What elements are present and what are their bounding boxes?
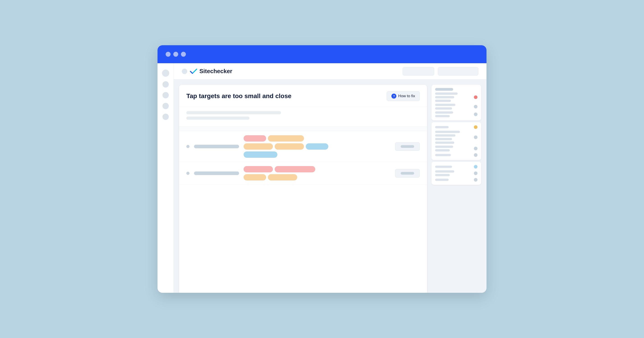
main-area: Tap targets are too small and close ? Ho… — [174, 79, 486, 293]
table-row-2 — [179, 162, 427, 185]
rs-col-line-4 — [435, 104, 456, 106]
rs-col-line-3 — [435, 100, 451, 102]
sidebar-nav-item-4[interactable] — [162, 114, 169, 120]
rs-dot-gray-2 — [474, 113, 478, 116]
tag-orange-1 — [268, 135, 304, 142]
sidebar-avatar — [162, 70, 169, 77]
tag-orange-5 — [268, 174, 297, 180]
rs-col-lines-9 — [435, 170, 472, 176]
rs-row-3-2 — [435, 170, 478, 176]
tag-pink-2 — [244, 166, 273, 172]
rs-col-line-10 — [435, 134, 456, 137]
tag-pink-1 — [244, 135, 266, 142]
rs-row-2-4 — [435, 153, 478, 157]
browser-titlebar — [158, 45, 486, 63]
logo-area: Sitechecker — [182, 68, 232, 75]
rs-dot-blue — [474, 165, 478, 169]
rs-col-line-11 — [435, 138, 452, 140]
rs-row-1-4 — [435, 111, 478, 117]
rs-col-line-16 — [435, 166, 452, 168]
logo-check: Sitechecker — [190, 68, 232, 75]
sidebar-nav-item-1[interactable] — [162, 81, 169, 88]
tag-row-2b — [244, 174, 390, 180]
tag-row-1c — [244, 152, 390, 158]
rs-col-lines-4 — [435, 126, 472, 128]
rs-col-line-1 — [435, 93, 458, 95]
rs-label-1 — [435, 88, 453, 91]
traffic-lights — [166, 52, 186, 57]
app-navbar: Sitechecker — [174, 63, 486, 79]
rs-col-line-2 — [435, 96, 454, 98]
center-panel: Tap targets are too small and close ? Ho… — [179, 85, 427, 293]
question-icon: ? — [392, 94, 396, 99]
row-action-button-1[interactable] — [395, 142, 420, 151]
tag-row-1a — [244, 135, 390, 142]
how-to-fix-label: How to fix — [398, 94, 415, 98]
rs-row-1-1 — [435, 88, 478, 91]
sidebar-nav-item-2[interactable] — [162, 92, 169, 98]
navbar-buttons — [403, 67, 478, 76]
row-action-button-2[interactable] — [395, 169, 420, 177]
rs-section-1 — [432, 85, 481, 120]
rs-row-2-3 — [435, 146, 478, 152]
navbar-button-1[interactable] — [403, 67, 434, 76]
rs-dot-gray-4 — [474, 147, 478, 150]
rs-col-lines-6 — [435, 146, 472, 152]
sidebar-nav-item-3[interactable] — [162, 103, 169, 109]
rs-row-2-2 — [435, 131, 478, 144]
rs-dot-orange — [474, 125, 478, 129]
rs-section-2 — [432, 122, 481, 160]
right-sidebar — [432, 85, 481, 293]
rs-col-line-15 — [435, 154, 451, 156]
panel-header: Tap targets are too small and close ? Ho… — [179, 85, 427, 107]
traffic-light-3 — [181, 52, 186, 57]
tag-orange-3 — [275, 143, 304, 150]
rs-row-1-2 — [435, 93, 478, 102]
table-row-1 — [179, 131, 427, 162]
tag-orange-2 — [244, 143, 273, 150]
rs-col-line-8 — [435, 126, 449, 128]
rs-col-line-13 — [435, 146, 453, 148]
rs-row-3-3 — [435, 178, 478, 181]
tag-group-1 — [244, 135, 390, 158]
rs-col-line-5 — [435, 107, 452, 110]
rs-section-3 — [432, 162, 481, 185]
rs-dot-red — [474, 95, 478, 99]
rs-col-line-9 — [435, 131, 460, 133]
panel-title: Tap targets are too small and close — [186, 93, 291, 100]
navbar-button-2[interactable] — [438, 67, 478, 76]
top-section: Sitechecker Tap targets are too small an… — [174, 63, 486, 293]
tag-orange-4 — [244, 174, 266, 180]
row-url-2 — [194, 171, 239, 175]
rs-dot-gray-5 — [474, 153, 478, 157]
spacer-row — [179, 127, 427, 131]
rs-row-2-1 — [435, 125, 478, 129]
action-btn-bar-2 — [401, 172, 414, 175]
rs-col-lines-8 — [435, 166, 472, 168]
tag-row-2a — [244, 166, 390, 172]
rs-col-line-19 — [435, 179, 449, 181]
rs-col-lines-10 — [435, 179, 472, 181]
row-indicator-1 — [186, 145, 190, 148]
rs-col-lines-1 — [435, 93, 472, 102]
rs-col-line-7 — [435, 115, 450, 117]
row-indicator-2 — [186, 172, 190, 175]
action-btn-bar-1 — [401, 145, 414, 148]
logo-circle — [182, 69, 187, 74]
how-to-fix-button[interactable]: ? How to fix — [387, 91, 420, 101]
rs-col-line-18 — [435, 174, 450, 176]
logo-text: Sitechecker — [200, 68, 232, 75]
tag-blue-1 — [306, 143, 328, 150]
sidebar — [158, 63, 174, 293]
tag-row-1b — [244, 143, 390, 150]
browser-body: Sitechecker Tap targets are too small an… — [158, 63, 486, 293]
tag-group-2 — [244, 166, 390, 180]
rs-dot-gray-3 — [474, 136, 478, 139]
tag-blue-2 — [244, 152, 278, 158]
rs-col-line-14 — [435, 149, 450, 152]
rs-dot-gray-6 — [474, 171, 478, 175]
rs-col-line-6 — [435, 111, 453, 114]
rs-col-line-12 — [435, 142, 454, 144]
row-url-1 — [194, 145, 239, 148]
rs-col-line-17 — [435, 170, 454, 172]
